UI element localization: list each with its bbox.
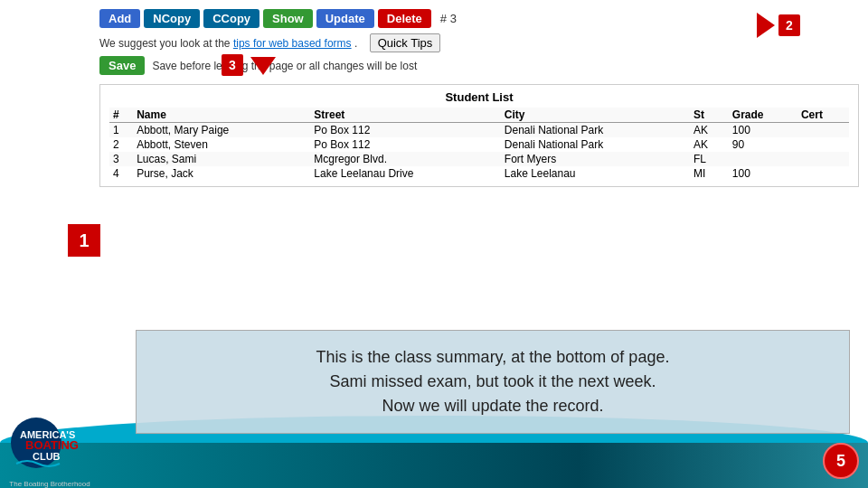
svg-text:BOATING: BOATING	[25, 438, 79, 452]
cell-cert	[797, 137, 849, 152]
ccopy-button[interactable]: CCopy	[203, 9, 259, 28]
col-state: St	[690, 108, 729, 123]
cell-name: Lucas, Sami	[133, 152, 310, 166]
cell-state: MI	[690, 166, 729, 181]
ncopy-button[interactable]: NCopy	[144, 9, 200, 28]
cell-num: 1	[109, 123, 133, 138]
record-indicator: # 3	[440, 12, 457, 25]
table-row[interactable]: 4 Purse, Jack Lake Leelanau Drive Lake L…	[109, 166, 849, 181]
cell-state: FL	[690, 152, 729, 166]
cell-street: Mcgregor Blvd.	[310, 152, 500, 166]
toolbar: Add NCopy CCopy Show Update Delete # 3	[99, 9, 859, 28]
col-street: Street	[310, 108, 500, 123]
student-table-wrapper: Student List # Name Street City St Grade…	[99, 84, 859, 187]
table-row[interactable]: 3 Lucas, Sami Mcgregor Blvd. Fort Myers …	[109, 152, 849, 166]
cell-cert	[797, 152, 849, 166]
cell-grade: 100	[729, 166, 797, 181]
save-button[interactable]: Save	[99, 56, 145, 75]
cell-city: Lake Leelanau	[501, 166, 690, 181]
col-cert: Cert	[797, 108, 849, 123]
update-button[interactable]: Update	[316, 9, 374, 28]
bottom-bar	[0, 443, 868, 488]
student-table: # Name Street City St Grade Cert 1 Abbot…	[109, 108, 849, 181]
cell-state: AK	[690, 137, 729, 152]
cell-num: 3	[109, 152, 133, 166]
cell-city: Denali National Park	[501, 123, 690, 138]
cell-name: Purse, Jack	[133, 166, 310, 181]
add-button[interactable]: Add	[99, 9, 140, 28]
annotation-3: 3	[222, 54, 243, 76]
col-city: City	[501, 108, 690, 123]
cell-grade: 100	[729, 123, 797, 138]
save-message: Save before leaving the page or all chan…	[152, 60, 417, 72]
tips-link[interactable]: tips for web based forms	[233, 37, 352, 50]
col-num: #	[109, 108, 133, 123]
svg-text:CLUB: CLUB	[33, 451, 61, 462]
main-area: Add NCopy CCopy Show Update Delete # 3 W…	[0, 0, 868, 488]
annotation-3-container: 3	[222, 54, 276, 76]
annotation-2-container: 2	[757, 13, 800, 38]
cell-city: Fort Myers	[501, 152, 690, 166]
quick-tips-button[interactable]: Quick Tips	[370, 33, 441, 52]
logo-tagline: The Boating Brotherhood	[9, 480, 90, 488]
cell-street: Po Box 112	[310, 123, 500, 138]
col-grade: Grade	[729, 108, 797, 123]
table-row[interactable]: 1 Abbott, Mary Paige Po Box 112 Denali N…	[109, 123, 849, 138]
cell-cert	[797, 166, 849, 181]
cell-num: 2	[109, 137, 133, 152]
cell-grade	[729, 152, 797, 166]
cell-street: Po Box 112	[310, 137, 500, 152]
show-button[interactable]: Show	[263, 9, 313, 28]
cell-street: Lake Leelanau Drive	[310, 166, 500, 181]
tip-bar: We suggest you look at the tips for web …	[99, 33, 859, 52]
cell-num: 4	[109, 166, 133, 181]
table-row[interactable]: 2 Abbott, Steven Po Box 112 Denali Natio…	[109, 137, 849, 152]
arrow-right-icon	[757, 13, 775, 38]
save-bar: Save Save before leaving the page or all…	[99, 56, 859, 75]
col-name: Name	[133, 108, 310, 123]
annotation-2: 2	[778, 14, 800, 36]
cell-state: AK	[690, 123, 729, 138]
logo-area: AMERICA'S BOATING CLUB The Boating Broth…	[9, 411, 90, 483]
summary-box: This is the class summary, at the bottom…	[136, 330, 850, 434]
delete-button[interactable]: Delete	[378, 9, 431, 28]
page-number-badge: 5	[823, 443, 859, 479]
table-title: Student List	[109, 90, 849, 104]
cell-cert	[797, 123, 849, 138]
summary-text: This is the class summary, at the bottom…	[155, 345, 831, 418]
cell-name: Abbott, Mary Paige	[133, 123, 310, 138]
arrow-down-icon	[250, 57, 276, 75]
cell-name: Abbott, Steven	[133, 137, 310, 152]
cell-city: Denali National Park	[501, 137, 690, 152]
annotation-1: 1	[68, 224, 100, 257]
abc-logo-icon: AMERICA'S BOATING CLUB	[9, 411, 81, 474]
cell-grade: 90	[729, 137, 797, 152]
